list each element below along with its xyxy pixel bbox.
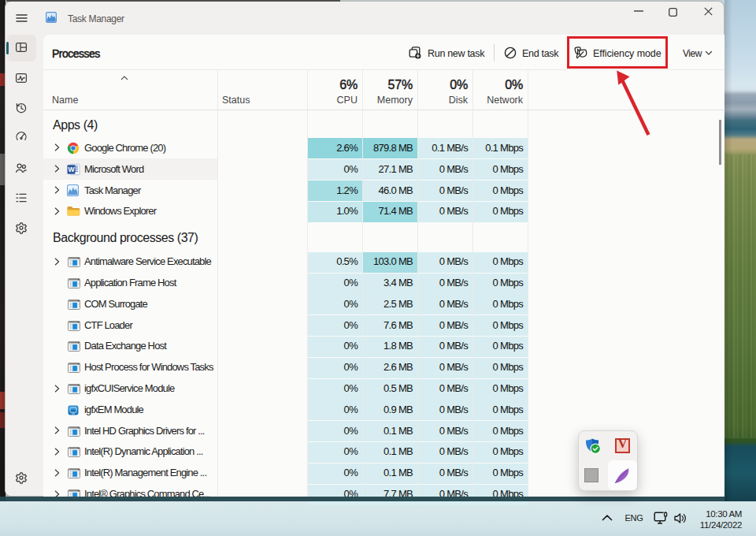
- svg-text:W: W: [68, 166, 75, 173]
